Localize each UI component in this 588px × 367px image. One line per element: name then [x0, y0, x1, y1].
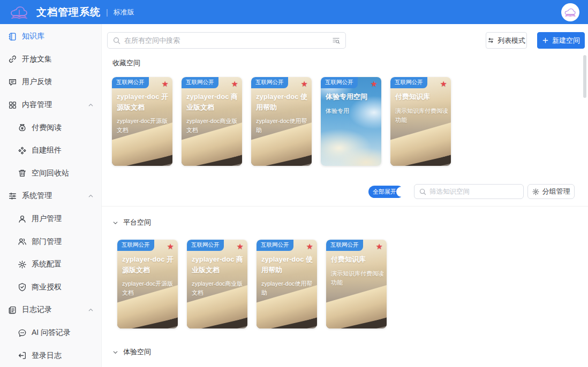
card-title: zyplayer-doc 使用帮助: [261, 254, 314, 275]
star-icon[interactable]: ★: [162, 79, 169, 89]
star-icon[interactable]: ★: [371, 79, 378, 89]
card-title: zyplayer-doc 开源版文档: [122, 254, 175, 275]
star-icon[interactable]: ★: [237, 242, 244, 251]
doc-icon: [8, 305, 17, 315]
chevron-up-icon: [88, 102, 94, 108]
link-icon: [8, 55, 17, 64]
space-card[interactable]: 互联网公开 ★ zyplayer-doc 使用帮助 zyplayer-doc使用…: [251, 77, 312, 166]
star-icon[interactable]: ★: [440, 79, 447, 89]
space-card[interactable]: 互联网公开 ★ zyplayer-doc 开源版文档 zyplayer-doc开…: [112, 77, 172, 166]
card-description: 体验专用: [326, 106, 379, 116]
sidebar-item-dept-manage[interactable]: 部门管理: [0, 230, 101, 253]
sidebar: 知识库 开放文集 用户反馈 内容管理 付费阅读 自建组件 空间回收站 系统管理 …: [0, 24, 102, 367]
visibility-badge: 互联网公开: [257, 240, 293, 251]
toggle-knob: [396, 187, 406, 197]
platform-section-title: 平台空间: [123, 218, 151, 227]
experience-section-header[interactable]: 体验空间: [112, 347, 151, 357]
card-description: 演示知识库付费阅读功能: [331, 269, 384, 287]
card-description: zyplayer-doc开源版文档: [122, 279, 175, 297]
chevron-up-icon: [88, 193, 94, 199]
space-card[interactable]: 互联网公开 ★ 体验专用空间 体验专用: [321, 77, 381, 166]
visibility-badge: 互联网公开: [182, 77, 218, 88]
new-space-button[interactable]: 新建空间: [537, 32, 585, 49]
main-content: 列表模式 新建空间 收藏空间 互联网公开 ★ zyplayer-doc 开源版文…: [102, 24, 588, 367]
chevron-up-icon: [88, 307, 94, 313]
ai-chat-icon: [18, 328, 27, 338]
sliders-icon: [8, 192, 17, 201]
app-header: 文档管理系统 | 标准版: [0, 0, 588, 24]
global-search: [107, 32, 346, 49]
sidebar-item-space-recycle[interactable]: 空间回收站: [0, 162, 101, 185]
vertical-scrollbar[interactable]: [583, 55, 586, 98]
visibility-badge: 互联网公开: [112, 77, 149, 88]
filter-input[interactable]: [429, 188, 518, 195]
app-root: 文档管理系统 | 标准版 知识库 开放文集 用户反馈 内容管理 付费阅读 自建组…: [0, 0, 588, 367]
card-description: zyplayer-doc商业版文档: [192, 279, 245, 297]
sidebar-item-paid-reading[interactable]: 付费阅读: [0, 116, 101, 139]
components-icon: [18, 146, 27, 155]
sidebar-item-content-manage[interactable]: 内容管理: [0, 94, 101, 117]
star-icon[interactable]: ★: [301, 79, 308, 89]
space-filter: [414, 184, 524, 199]
chevron-down-icon: [112, 349, 118, 355]
section-divider: [102, 206, 588, 207]
card-description: zyplayer-doc开源版文档: [117, 117, 170, 135]
space-card[interactable]: 互联网公开 ★ zyplayer-doc 使用帮助 zyplayer-doc使用…: [257, 240, 317, 328]
sidebar-item-system-config[interactable]: 系统配置: [0, 253, 101, 276]
space-card[interactable]: 互联网公开 ★ 付费知识库 演示知识库付费阅读功能: [390, 77, 451, 166]
sidebar-item-log-records[interactable]: 日志记录: [0, 299, 101, 322]
plus-icon: [542, 37, 549, 44]
sidebar-item-ai-qa-records[interactable]: AI 问答记录: [0, 322, 101, 345]
swap-icon: [487, 37, 494, 44]
sidebar-item-open-collection[interactable]: 开放文集: [0, 48, 101, 71]
visibility-badge: 互联网公开: [251, 77, 288, 88]
star-icon[interactable]: ★: [306, 242, 313, 251]
users-icon: [18, 237, 27, 246]
user-icon: [18, 215, 27, 224]
sidebar-item-user-manage[interactable]: 用户管理: [0, 208, 101, 231]
title-divider: |: [106, 8, 108, 17]
space-card[interactable]: 互联网公开 ★ zyplayer-doc 开源版文档 zyplayer-doc开…: [117, 240, 178, 328]
sidebar-item-custom-widgets[interactable]: 自建组件: [0, 139, 101, 162]
sidebar-item-system-manage[interactable]: 系统管理: [0, 185, 101, 208]
platform-section-header[interactable]: 平台空间: [112, 218, 151, 227]
sidebar-item-user-feedback[interactable]: 用户反馈: [0, 71, 101, 94]
card-description: zyplayer-doc使用帮助: [256, 117, 309, 135]
favorites-card-row: 互联网公开 ★ zyplayer-doc 开源版文档 zyplayer-doc开…: [112, 77, 451, 166]
sidebar-item-knowledge-base[interactable]: 知识库: [0, 25, 101, 48]
visibility-badge: 互联网公开: [326, 240, 363, 251]
star-icon[interactable]: ★: [231, 79, 238, 89]
sidebar-item-business-license[interactable]: 商业授权: [0, 276, 101, 299]
space-card[interactable]: 互联网公开 ★ zyplayer-doc 商业版文档 zyplayer-doc商…: [187, 240, 247, 328]
search-input[interactable]: [124, 36, 332, 44]
search-icon: [419, 188, 426, 195]
space-card[interactable]: 互联网公开 ★ 付费知识库 演示知识库付费阅读功能: [326, 240, 387, 328]
expand-all-toggle[interactable]: 全部展开: [368, 186, 404, 198]
gear-icon: [532, 188, 539, 195]
cloud-book-logo-icon: [563, 6, 577, 18]
star-icon[interactable]: ★: [167, 242, 174, 251]
group-manage-label: 分组管理: [542, 187, 570, 196]
search-icon: [113, 37, 120, 44]
card-title: zyplayer-doc 开源版文档: [117, 91, 170, 112]
expand-all-label: 全部展开: [368, 188, 396, 196]
card-title: 付费知识库: [395, 91, 448, 102]
chevron-down-icon: [112, 220, 118, 226]
advanced-search-icon[interactable]: [332, 36, 340, 44]
star-icon[interactable]: ★: [376, 242, 383, 251]
group-manage-button[interactable]: 分组管理: [527, 184, 575, 199]
card-description: 演示知识库付费阅读功能: [395, 106, 448, 125]
space-card[interactable]: 互联网公开 ★ zyplayer-doc 商业版文档 zyplayer-doc商…: [182, 77, 242, 166]
gear-icon: [18, 260, 27, 269]
list-mode-button[interactable]: 列表模式: [486, 32, 527, 49]
chat-icon: [8, 78, 17, 87]
user-avatar[interactable]: [561, 3, 579, 21]
grid-icon: [8, 101, 17, 110]
card-title: zyplayer-doc 商业版文档: [192, 254, 245, 275]
sidebar-item-login-logs[interactable]: 登录日志: [0, 344, 101, 367]
card-title: 付费知识库: [331, 254, 384, 265]
edition-label: 标准版: [114, 7, 134, 17]
experience-section-title: 体验空间: [123, 347, 151, 357]
list-mode-label: 列表模式: [497, 36, 525, 45]
card-title: zyplayer-doc 使用帮助: [256, 91, 309, 112]
